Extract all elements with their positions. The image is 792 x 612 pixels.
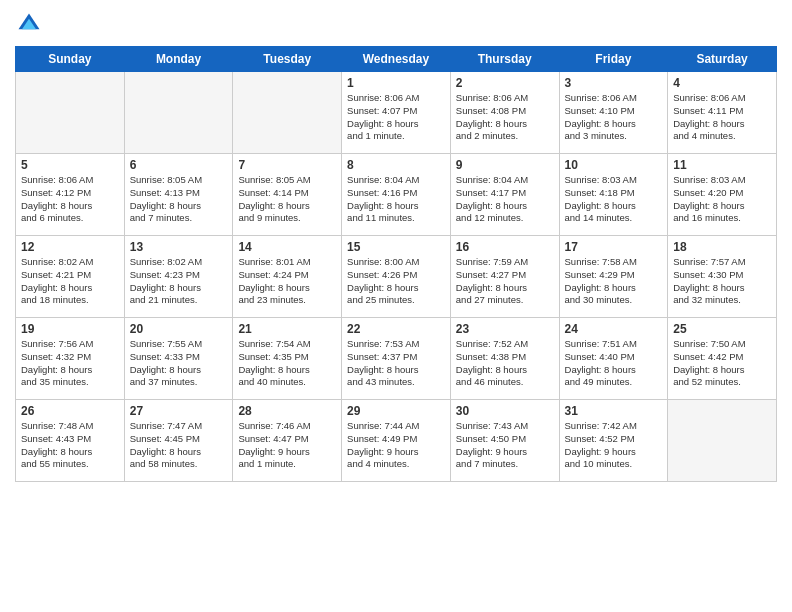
day-number: 6 <box>130 158 228 172</box>
logo <box>15 10 47 38</box>
day-info: Sunrise: 7:47 AM Sunset: 4:45 PM Dayligh… <box>130 420 228 471</box>
day-info: Sunrise: 8:02 AM Sunset: 4:23 PM Dayligh… <box>130 256 228 307</box>
day-number: 30 <box>456 404 554 418</box>
calendar-cell <box>16 72 125 154</box>
calendar-header-row: SundayMondayTuesdayWednesdayThursdayFrid… <box>16 47 777 72</box>
day-info: Sunrise: 7:53 AM Sunset: 4:37 PM Dayligh… <box>347 338 445 389</box>
calendar-cell: 10Sunrise: 8:03 AM Sunset: 4:18 PM Dayli… <box>559 154 668 236</box>
day-number: 5 <box>21 158 119 172</box>
calendar-cell <box>124 72 233 154</box>
day-number: 4 <box>673 76 771 90</box>
day-info: Sunrise: 8:06 AM Sunset: 4:08 PM Dayligh… <box>456 92 554 143</box>
calendar-cell: 29Sunrise: 7:44 AM Sunset: 4:49 PM Dayli… <box>342 400 451 482</box>
calendar: SundayMondayTuesdayWednesdayThursdayFrid… <box>15 46 777 482</box>
calendar-cell: 23Sunrise: 7:52 AM Sunset: 4:38 PM Dayli… <box>450 318 559 400</box>
calendar-header-sunday: Sunday <box>16 47 125 72</box>
day-info: Sunrise: 8:06 AM Sunset: 4:12 PM Dayligh… <box>21 174 119 225</box>
day-number: 8 <box>347 158 445 172</box>
day-number: 18 <box>673 240 771 254</box>
day-info: Sunrise: 7:50 AM Sunset: 4:42 PM Dayligh… <box>673 338 771 389</box>
day-number: 23 <box>456 322 554 336</box>
day-number: 24 <box>565 322 663 336</box>
day-info: Sunrise: 7:43 AM Sunset: 4:50 PM Dayligh… <box>456 420 554 471</box>
day-info: Sunrise: 7:56 AM Sunset: 4:32 PM Dayligh… <box>21 338 119 389</box>
calendar-week-3: 12Sunrise: 8:02 AM Sunset: 4:21 PM Dayli… <box>16 236 777 318</box>
calendar-week-4: 19Sunrise: 7:56 AM Sunset: 4:32 PM Dayli… <box>16 318 777 400</box>
calendar-cell: 21Sunrise: 7:54 AM Sunset: 4:35 PM Dayli… <box>233 318 342 400</box>
day-info: Sunrise: 7:52 AM Sunset: 4:38 PM Dayligh… <box>456 338 554 389</box>
day-info: Sunrise: 7:59 AM Sunset: 4:27 PM Dayligh… <box>456 256 554 307</box>
day-number: 29 <box>347 404 445 418</box>
day-info: Sunrise: 7:48 AM Sunset: 4:43 PM Dayligh… <box>21 420 119 471</box>
calendar-header-monday: Monday <box>124 47 233 72</box>
calendar-cell <box>233 72 342 154</box>
calendar-header-thursday: Thursday <box>450 47 559 72</box>
calendar-week-2: 5Sunrise: 8:06 AM Sunset: 4:12 PM Daylig… <box>16 154 777 236</box>
calendar-cell: 25Sunrise: 7:50 AM Sunset: 4:42 PM Dayli… <box>668 318 777 400</box>
calendar-cell: 13Sunrise: 8:02 AM Sunset: 4:23 PM Dayli… <box>124 236 233 318</box>
day-number: 1 <box>347 76 445 90</box>
day-info: Sunrise: 7:46 AM Sunset: 4:47 PM Dayligh… <box>238 420 336 471</box>
day-info: Sunrise: 8:00 AM Sunset: 4:26 PM Dayligh… <box>347 256 445 307</box>
calendar-cell: 17Sunrise: 7:58 AM Sunset: 4:29 PM Dayli… <box>559 236 668 318</box>
day-number: 28 <box>238 404 336 418</box>
header <box>15 10 777 38</box>
day-number: 14 <box>238 240 336 254</box>
calendar-cell: 2Sunrise: 8:06 AM Sunset: 4:08 PM Daylig… <box>450 72 559 154</box>
day-number: 20 <box>130 322 228 336</box>
calendar-cell: 30Sunrise: 7:43 AM Sunset: 4:50 PM Dayli… <box>450 400 559 482</box>
calendar-cell <box>668 400 777 482</box>
calendar-week-1: 1Sunrise: 8:06 AM Sunset: 4:07 PM Daylig… <box>16 72 777 154</box>
day-info: Sunrise: 8:05 AM Sunset: 4:13 PM Dayligh… <box>130 174 228 225</box>
calendar-cell: 31Sunrise: 7:42 AM Sunset: 4:52 PM Dayli… <box>559 400 668 482</box>
calendar-cell: 15Sunrise: 8:00 AM Sunset: 4:26 PM Dayli… <box>342 236 451 318</box>
day-info: Sunrise: 8:06 AM Sunset: 4:10 PM Dayligh… <box>565 92 663 143</box>
calendar-cell: 11Sunrise: 8:03 AM Sunset: 4:20 PM Dayli… <box>668 154 777 236</box>
calendar-cell: 20Sunrise: 7:55 AM Sunset: 4:33 PM Dayli… <box>124 318 233 400</box>
day-number: 21 <box>238 322 336 336</box>
calendar-cell: 19Sunrise: 7:56 AM Sunset: 4:32 PM Dayli… <box>16 318 125 400</box>
day-info: Sunrise: 7:55 AM Sunset: 4:33 PM Dayligh… <box>130 338 228 389</box>
day-number: 10 <box>565 158 663 172</box>
calendar-cell: 6Sunrise: 8:05 AM Sunset: 4:13 PM Daylig… <box>124 154 233 236</box>
day-number: 25 <box>673 322 771 336</box>
calendar-week-5: 26Sunrise: 7:48 AM Sunset: 4:43 PM Dayli… <box>16 400 777 482</box>
day-info: Sunrise: 8:03 AM Sunset: 4:20 PM Dayligh… <box>673 174 771 225</box>
day-info: Sunrise: 8:04 AM Sunset: 4:17 PM Dayligh… <box>456 174 554 225</box>
day-info: Sunrise: 7:54 AM Sunset: 4:35 PM Dayligh… <box>238 338 336 389</box>
logo-icon <box>15 10 43 38</box>
calendar-cell: 24Sunrise: 7:51 AM Sunset: 4:40 PM Dayli… <box>559 318 668 400</box>
day-info: Sunrise: 8:04 AM Sunset: 4:16 PM Dayligh… <box>347 174 445 225</box>
calendar-cell: 22Sunrise: 7:53 AM Sunset: 4:37 PM Dayli… <box>342 318 451 400</box>
day-info: Sunrise: 8:06 AM Sunset: 4:11 PM Dayligh… <box>673 92 771 143</box>
calendar-cell: 28Sunrise: 7:46 AM Sunset: 4:47 PM Dayli… <box>233 400 342 482</box>
day-number: 3 <box>565 76 663 90</box>
day-number: 9 <box>456 158 554 172</box>
calendar-cell: 27Sunrise: 7:47 AM Sunset: 4:45 PM Dayli… <box>124 400 233 482</box>
day-number: 13 <box>130 240 228 254</box>
day-info: Sunrise: 7:42 AM Sunset: 4:52 PM Dayligh… <box>565 420 663 471</box>
calendar-cell: 18Sunrise: 7:57 AM Sunset: 4:30 PM Dayli… <box>668 236 777 318</box>
calendar-cell: 3Sunrise: 8:06 AM Sunset: 4:10 PM Daylig… <box>559 72 668 154</box>
day-number: 12 <box>21 240 119 254</box>
day-info: Sunrise: 7:58 AM Sunset: 4:29 PM Dayligh… <box>565 256 663 307</box>
day-info: Sunrise: 8:06 AM Sunset: 4:07 PM Dayligh… <box>347 92 445 143</box>
calendar-cell: 1Sunrise: 8:06 AM Sunset: 4:07 PM Daylig… <box>342 72 451 154</box>
calendar-header-wednesday: Wednesday <box>342 47 451 72</box>
day-number: 16 <box>456 240 554 254</box>
calendar-cell: 5Sunrise: 8:06 AM Sunset: 4:12 PM Daylig… <box>16 154 125 236</box>
calendar-cell: 14Sunrise: 8:01 AM Sunset: 4:24 PM Dayli… <box>233 236 342 318</box>
calendar-cell: 12Sunrise: 8:02 AM Sunset: 4:21 PM Dayli… <box>16 236 125 318</box>
day-number: 17 <box>565 240 663 254</box>
day-info: Sunrise: 8:05 AM Sunset: 4:14 PM Dayligh… <box>238 174 336 225</box>
calendar-cell: 16Sunrise: 7:59 AM Sunset: 4:27 PM Dayli… <box>450 236 559 318</box>
calendar-cell: 26Sunrise: 7:48 AM Sunset: 4:43 PM Dayli… <box>16 400 125 482</box>
calendar-cell: 7Sunrise: 8:05 AM Sunset: 4:14 PM Daylig… <box>233 154 342 236</box>
day-number: 27 <box>130 404 228 418</box>
day-number: 22 <box>347 322 445 336</box>
day-number: 2 <box>456 76 554 90</box>
day-info: Sunrise: 8:01 AM Sunset: 4:24 PM Dayligh… <box>238 256 336 307</box>
calendar-cell: 9Sunrise: 8:04 AM Sunset: 4:17 PM Daylig… <box>450 154 559 236</box>
day-info: Sunrise: 7:51 AM Sunset: 4:40 PM Dayligh… <box>565 338 663 389</box>
calendar-header-tuesday: Tuesday <box>233 47 342 72</box>
